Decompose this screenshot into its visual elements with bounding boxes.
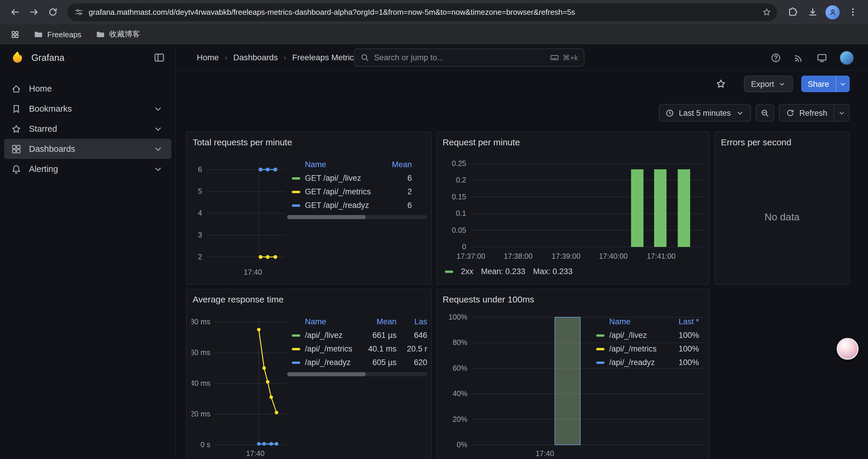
legend-max: Max: 0.233 (533, 267, 572, 276)
user-avatar[interactable] (840, 51, 854, 65)
sidebar-item-alerting[interactable]: Alerting (4, 159, 172, 179)
share-menu-caret[interactable] (836, 76, 850, 92)
favorite-star-button[interactable] (716, 78, 726, 89)
downloads-button[interactable] (803, 3, 822, 22)
help-button[interactable] (771, 52, 781, 63)
extensions-icon (787, 7, 797, 17)
series-color-dash (596, 334, 604, 336)
legend-scrollbar[interactable] (287, 372, 427, 376)
panel-title[interactable]: Requests under 100ms (442, 294, 534, 304)
legend-header[interactable]: Mean (379, 158, 412, 171)
panel-requests-under-100ms: Requests under 100ms 100%80%60%40%20%0%1… (436, 289, 710, 459)
refresh-interval-caret[interactable] (834, 104, 849, 121)
legend-value: 620 (400, 356, 427, 369)
scrollbar-thumb[interactable] (287, 215, 366, 219)
svg-text:17:38:00: 17:38:00 (504, 252, 532, 260)
breadcrumb-item[interactable]: Dashboards (233, 53, 278, 62)
screen: grafana.mathmast.com/d/deytv4rwavabkb/fr… (0, 0, 868, 459)
monitor-button[interactable] (816, 52, 827, 63)
url-bar[interactable]: grafana.mathmast.com/d/deytv4rwavabkb/fr… (67, 3, 777, 21)
series-color-dash (292, 177, 300, 179)
search-input[interactable]: Search or jump to... (374, 53, 546, 62)
reload-button[interactable] (44, 3, 61, 21)
forward-button[interactable] (25, 3, 42, 21)
sidebar-item-label: Dashboards (29, 144, 75, 154)
header-icons (771, 44, 868, 71)
svg-text:80%: 80% (453, 338, 467, 347)
sidebar-item-bookmarks[interactable]: Bookmarks (4, 99, 172, 119)
apps-shortcut-button[interactable] (7, 27, 23, 42)
grafana-logo[interactable] (11, 51, 24, 64)
legend-value: 661 µs (359, 328, 397, 342)
assistant-avatar[interactable] (837, 338, 859, 360)
panel-title[interactable]: Total requests per minute (193, 137, 292, 147)
panel-average-response-time: Average response time 80 ms60 ms40 ms20 … (186, 289, 432, 459)
panel-total-requests: Total requests per minute 6543217:40 Nam… (186, 132, 432, 285)
series-color-dash (292, 191, 300, 193)
sidebar-item-label: Bookmarks (29, 104, 72, 113)
average-response-time-chart[interactable]: 80 ms60 ms40 ms20 ms0 s17:40 (191, 314, 289, 459)
bookmark-folder[interactable]: Freeleaps (28, 28, 87, 41)
legend-series-name[interactable]: GET /api/_/metrics (292, 185, 375, 198)
profile-button[interactable] (823, 3, 842, 22)
svg-text:0.05: 0.05 (452, 226, 466, 234)
legend-series-name[interactable]: /api/_/readyz (292, 356, 355, 369)
share-button[interactable]: Share (801, 76, 850, 92)
clock-icon (665, 108, 674, 117)
scrollbar-thumb[interactable] (287, 372, 366, 376)
export-button[interactable]: Export (744, 76, 793, 92)
panel-title[interactable]: Average response time (193, 294, 284, 304)
browser-menu-button[interactable] (843, 3, 862, 22)
legend-header[interactable]: Name (292, 158, 375, 171)
bookmark-folder[interactable]: 收藏博客 (90, 27, 145, 41)
share-label[interactable]: Share (801, 76, 836, 92)
legend-series-name[interactable]: /api/_/livez (292, 328, 355, 342)
bookmark-star-button[interactable] (758, 4, 775, 21)
total-requests-chart[interactable]: 6543217:40 (191, 157, 289, 280)
bookmark-folder-label: 收藏博客 (109, 29, 140, 40)
legend-value: 6 (379, 198, 412, 212)
legend-series-name[interactable]: /api/_/metrics (292, 342, 355, 356)
legend-series-name[interactable]: 2xx (461, 267, 473, 276)
legend-series-name[interactable]: /api/_/livez (596, 328, 660, 342)
extensions-button[interactable] (783, 3, 802, 22)
refresh-button[interactable]: Refresh (779, 104, 834, 121)
svg-text:60 ms: 60 ms (191, 348, 210, 357)
sidebar-item-dashboards[interactable]: Dashboards (4, 139, 172, 159)
zoom-out-button[interactable] (755, 104, 774, 122)
legend-value: 100% (663, 356, 699, 369)
url-text[interactable]: grafana.mathmast.com/d/deytv4rwavabkb/fr… (89, 8, 752, 17)
panel-title[interactable]: Errors per second (721, 137, 791, 147)
legend-series-name[interactable]: GET /api/_/livez (292, 171, 375, 185)
breadcrumb-item[interactable]: Home (197, 53, 219, 62)
request-per-minute-chart[interactable]: 0.250.20.150.10.05017:37:0017:38:0017:39… (441, 157, 707, 266)
legend-header[interactable]: Name (292, 316, 355, 328)
sidebar-toggle-button[interactable] (154, 52, 165, 63)
sidebar-item-home[interactable]: Home (4, 78, 172, 99)
legend-header[interactable]: Las (400, 316, 427, 328)
legend-series-name[interactable]: /api/_/metrics (596, 342, 660, 356)
svg-text:0.15: 0.15 (452, 193, 466, 201)
main-area: Home›Dashboards›Freeleaps Metrics Dashbo… (176, 44, 868, 459)
legend-series-name[interactable]: /api/_/readyz (596, 356, 660, 369)
sidebar-item-starred[interactable]: Starred (4, 119, 172, 139)
legend-header[interactable]: Name (596, 316, 660, 328)
legend-series-name[interactable]: GET /api/_/readyz (292, 198, 375, 212)
legend-scrollbar[interactable] (287, 215, 427, 219)
legend-header[interactable]: Last * (663, 316, 699, 328)
back-button[interactable] (6, 3, 24, 21)
news-button[interactable] (794, 52, 804, 63)
search-shortcut-label: ⌘+k (562, 53, 578, 62)
legend: 2xx Mean: 0.233 Max: 0.233 (445, 267, 572, 276)
site-settings-icon[interactable] (74, 8, 83, 17)
breadcrumb-separator: › (284, 53, 286, 62)
legend-header[interactable]: Mean (359, 316, 397, 328)
legend-table: NameLast */api/_/livez100%/api/_/metrics… (591, 316, 704, 369)
chevron-down-icon (153, 104, 163, 114)
time-range-picker[interactable]: Last 5 minutes (659, 104, 751, 122)
svg-text:17:40: 17:40 (246, 449, 265, 458)
search-box[interactable]: Search or jump to... ⌘+k (354, 48, 584, 67)
legend-value: 2 (379, 185, 412, 198)
folder-icon (34, 30, 43, 39)
panel-title[interactable]: Request per minute (442, 137, 520, 147)
